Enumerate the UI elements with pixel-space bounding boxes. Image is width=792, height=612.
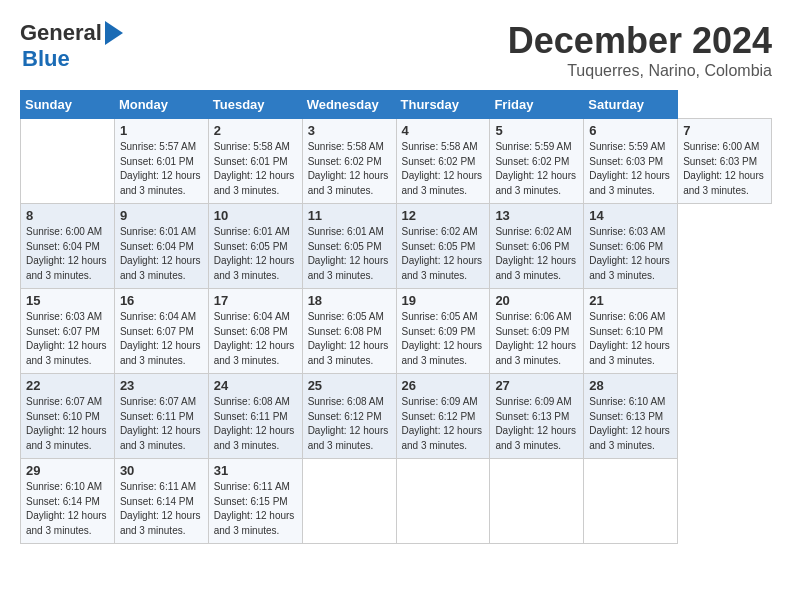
day-number: 17 — [214, 293, 297, 308]
day-number: 30 — [120, 463, 203, 478]
calendar-cell — [396, 459, 490, 544]
calendar-cell — [302, 459, 396, 544]
calendar-cell: 12Sunrise: 6:02 AM Sunset: 6:05 PM Dayli… — [396, 204, 490, 289]
calendar-cell: 31Sunrise: 6:11 AM Sunset: 6:15 PM Dayli… — [208, 459, 302, 544]
day-number: 22 — [26, 378, 109, 393]
calendar-cell: 9Sunrise: 6:01 AM Sunset: 6:04 PM Daylig… — [114, 204, 208, 289]
day-number: 24 — [214, 378, 297, 393]
day-info: Sunrise: 5:58 AM Sunset: 6:01 PM Dayligh… — [214, 140, 297, 198]
day-info: Sunrise: 6:11 AM Sunset: 6:15 PM Dayligh… — [214, 480, 297, 538]
day-number: 12 — [402, 208, 485, 223]
day-info: Sunrise: 6:08 AM Sunset: 6:12 PM Dayligh… — [308, 395, 391, 453]
calendar-cell: 2Sunrise: 5:58 AM Sunset: 6:01 PM Daylig… — [208, 119, 302, 204]
calendar-cell: 10Sunrise: 6:01 AM Sunset: 6:05 PM Dayli… — [208, 204, 302, 289]
day-number: 15 — [26, 293, 109, 308]
day-number: 20 — [495, 293, 578, 308]
day-info: Sunrise: 5:58 AM Sunset: 6:02 PM Dayligh… — [402, 140, 485, 198]
calendar-cell: 1Sunrise: 5:57 AM Sunset: 6:01 PM Daylig… — [114, 119, 208, 204]
calendar-cell: 27Sunrise: 6:09 AM Sunset: 6:13 PM Dayli… — [490, 374, 584, 459]
logo-arrow-icon — [105, 21, 123, 45]
calendar-cell — [21, 119, 115, 204]
day-number: 27 — [495, 378, 578, 393]
day-info: Sunrise: 6:04 AM Sunset: 6:08 PM Dayligh… — [214, 310, 297, 368]
logo: General Blue — [20, 20, 123, 72]
calendar-cell: 26Sunrise: 6:09 AM Sunset: 6:12 PM Dayli… — [396, 374, 490, 459]
day-number: 16 — [120, 293, 203, 308]
calendar-cell: 28Sunrise: 6:10 AM Sunset: 6:13 PM Dayli… — [584, 374, 678, 459]
day-info: Sunrise: 6:05 AM Sunset: 6:09 PM Dayligh… — [402, 310, 485, 368]
calendar-week-row: 22Sunrise: 6:07 AM Sunset: 6:10 PM Dayli… — [21, 374, 772, 459]
day-number: 23 — [120, 378, 203, 393]
day-info: Sunrise: 5:59 AM Sunset: 6:03 PM Dayligh… — [589, 140, 672, 198]
calendar-week-row: 1Sunrise: 5:57 AM Sunset: 6:01 PM Daylig… — [21, 119, 772, 204]
calendar-cell: 17Sunrise: 6:04 AM Sunset: 6:08 PM Dayli… — [208, 289, 302, 374]
page-header: General Blue December 2024 Tuquerres, Na… — [20, 20, 772, 80]
calendar-cell: 22Sunrise: 6:07 AM Sunset: 6:10 PM Dayli… — [21, 374, 115, 459]
day-number: 3 — [308, 123, 391, 138]
day-info: Sunrise: 6:01 AM Sunset: 6:04 PM Dayligh… — [120, 225, 203, 283]
day-info: Sunrise: 6:11 AM Sunset: 6:14 PM Dayligh… — [120, 480, 203, 538]
day-number: 6 — [589, 123, 672, 138]
header-wednesday: Wednesday — [302, 91, 396, 119]
calendar-cell: 14Sunrise: 6:03 AM Sunset: 6:06 PM Dayli… — [584, 204, 678, 289]
calendar-cell: 19Sunrise: 6:05 AM Sunset: 6:09 PM Dayli… — [396, 289, 490, 374]
day-info: Sunrise: 6:00 AM Sunset: 6:03 PM Dayligh… — [683, 140, 766, 198]
day-info: Sunrise: 6:02 AM Sunset: 6:06 PM Dayligh… — [495, 225, 578, 283]
day-number: 31 — [214, 463, 297, 478]
day-info: Sunrise: 6:03 AM Sunset: 6:06 PM Dayligh… — [589, 225, 672, 283]
calendar-cell — [584, 459, 678, 544]
day-number: 8 — [26, 208, 109, 223]
day-info: Sunrise: 6:00 AM Sunset: 6:04 PM Dayligh… — [26, 225, 109, 283]
calendar-week-row: 29Sunrise: 6:10 AM Sunset: 6:14 PM Dayli… — [21, 459, 772, 544]
calendar-cell: 3Sunrise: 5:58 AM Sunset: 6:02 PM Daylig… — [302, 119, 396, 204]
header-sunday: Sunday — [21, 91, 115, 119]
day-number: 4 — [402, 123, 485, 138]
day-info: Sunrise: 6:03 AM Sunset: 6:07 PM Dayligh… — [26, 310, 109, 368]
calendar-cell: 16Sunrise: 6:04 AM Sunset: 6:07 PM Dayli… — [114, 289, 208, 374]
day-number: 11 — [308, 208, 391, 223]
calendar-cell: 30Sunrise: 6:11 AM Sunset: 6:14 PM Dayli… — [114, 459, 208, 544]
day-info: Sunrise: 5:58 AM Sunset: 6:02 PM Dayligh… — [308, 140, 391, 198]
day-number: 26 — [402, 378, 485, 393]
calendar-cell — [490, 459, 584, 544]
day-number: 7 — [683, 123, 766, 138]
calendar-cell: 24Sunrise: 6:08 AM Sunset: 6:11 PM Dayli… — [208, 374, 302, 459]
calendar-cell: 20Sunrise: 6:06 AM Sunset: 6:09 PM Dayli… — [490, 289, 584, 374]
day-number: 29 — [26, 463, 109, 478]
day-info: Sunrise: 6:01 AM Sunset: 6:05 PM Dayligh… — [214, 225, 297, 283]
day-info: Sunrise: 6:09 AM Sunset: 6:12 PM Dayligh… — [402, 395, 485, 453]
day-info: Sunrise: 6:08 AM Sunset: 6:11 PM Dayligh… — [214, 395, 297, 453]
day-number: 18 — [308, 293, 391, 308]
calendar-header-row: SundayMondayTuesdayWednesdayThursdayFrid… — [21, 91, 772, 119]
day-number: 28 — [589, 378, 672, 393]
calendar-cell: 4Sunrise: 5:58 AM Sunset: 6:02 PM Daylig… — [396, 119, 490, 204]
day-number: 19 — [402, 293, 485, 308]
header-friday: Friday — [490, 91, 584, 119]
day-number: 2 — [214, 123, 297, 138]
calendar-cell: 23Sunrise: 6:07 AM Sunset: 6:11 PM Dayli… — [114, 374, 208, 459]
day-info: Sunrise: 6:06 AM Sunset: 6:09 PM Dayligh… — [495, 310, 578, 368]
calendar-cell: 6Sunrise: 5:59 AM Sunset: 6:03 PM Daylig… — [584, 119, 678, 204]
day-info: Sunrise: 6:02 AM Sunset: 6:05 PM Dayligh… — [402, 225, 485, 283]
calendar-week-row: 15Sunrise: 6:03 AM Sunset: 6:07 PM Dayli… — [21, 289, 772, 374]
day-info: Sunrise: 6:04 AM Sunset: 6:07 PM Dayligh… — [120, 310, 203, 368]
calendar-cell: 25Sunrise: 6:08 AM Sunset: 6:12 PM Dayli… — [302, 374, 396, 459]
calendar-table: SundayMondayTuesdayWednesdayThursdayFrid… — [20, 90, 772, 544]
calendar-cell: 11Sunrise: 6:01 AM Sunset: 6:05 PM Dayli… — [302, 204, 396, 289]
header-monday: Monday — [114, 91, 208, 119]
calendar-cell: 21Sunrise: 6:06 AM Sunset: 6:10 PM Dayli… — [584, 289, 678, 374]
day-info: Sunrise: 5:57 AM Sunset: 6:01 PM Dayligh… — [120, 140, 203, 198]
day-info: Sunrise: 6:06 AM Sunset: 6:10 PM Dayligh… — [589, 310, 672, 368]
day-number: 14 — [589, 208, 672, 223]
day-info: Sunrise: 6:07 AM Sunset: 6:10 PM Dayligh… — [26, 395, 109, 453]
day-info: Sunrise: 6:05 AM Sunset: 6:08 PM Dayligh… — [308, 310, 391, 368]
month-title: December 2024 — [508, 20, 772, 62]
calendar-cell: 13Sunrise: 6:02 AM Sunset: 6:06 PM Dayli… — [490, 204, 584, 289]
header-saturday: Saturday — [584, 91, 678, 119]
title-section: December 2024 Tuquerres, Narino, Colombi… — [508, 20, 772, 80]
day-info: Sunrise: 6:10 AM Sunset: 6:14 PM Dayligh… — [26, 480, 109, 538]
day-number: 10 — [214, 208, 297, 223]
location-title: Tuquerres, Narino, Colombia — [508, 62, 772, 80]
logo-text-general: General — [20, 20, 102, 46]
calendar-cell: 29Sunrise: 6:10 AM Sunset: 6:14 PM Dayli… — [21, 459, 115, 544]
